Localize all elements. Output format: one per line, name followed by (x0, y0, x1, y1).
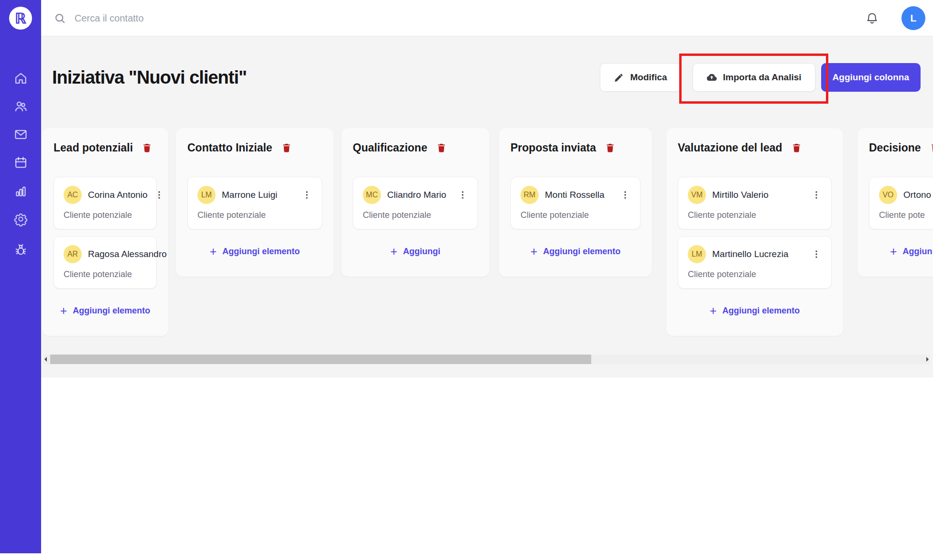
scroll-right-arrow[interactable] (926, 357, 929, 362)
kebab-icon[interactable] (811, 190, 822, 200)
trash-icon[interactable] (141, 142, 152, 153)
search-icon (54, 12, 66, 25)
add-item-button[interactable]: +Aggiungi (353, 246, 478, 258)
column-header: Decisione (869, 140, 933, 155)
trash-icon[interactable] (605, 142, 616, 153)
kebab-icon[interactable] (457, 190, 468, 200)
column-header: Lead potenziali (54, 140, 157, 155)
bug-icon (13, 242, 28, 257)
contact-name: Mirtillo Valerio (712, 190, 769, 200)
contact-card[interactable]: MCCliandro MarioCliente potenziale (353, 177, 478, 229)
contact-card[interactable]: LMMarrone LuigiCliente potenziale (187, 177, 322, 229)
plus-icon: + (710, 305, 717, 317)
plus-icon: + (210, 246, 217, 258)
column-header: Qualificazione (353, 140, 478, 155)
column-title: Contatto Iniziale (187, 141, 272, 154)
card-row: ARRagosa Alessandro (64, 245, 147, 263)
card-row: LMMartinello Lucrezia (688, 245, 822, 263)
horizontal-scrollbar-thumb[interactable] (50, 355, 591, 364)
contact-name: Marrone Luigi (222, 190, 277, 200)
card-row: RMMonti Rossella (521, 186, 630, 204)
bell-icon[interactable] (865, 11, 879, 26)
trash-icon[interactable] (791, 142, 802, 153)
avatar: AR (64, 245, 82, 263)
card-row: VMMirtillo Valerio (688, 186, 822, 204)
column-title: Qualificazione (353, 141, 427, 154)
card-row: LMMarrone Luigi (197, 186, 312, 204)
contact-card[interactable]: VOOrtonoCliente pote (869, 177, 933, 229)
importa-da-analisi-button[interactable]: Importa da Analisi (693, 63, 815, 92)
trash-icon[interactable] (281, 142, 292, 153)
kebab-icon[interactable] (620, 190, 630, 200)
contact-card[interactable]: VMMirtillo ValerioCliente potenziale (678, 177, 832, 229)
home-icon (13, 71, 28, 86)
page-header: Iniziativa "Nuovi clienti" ModificaImpor… (52, 63, 921, 92)
bar-chart-icon (13, 183, 28, 198)
avatar: VM (688, 186, 706, 204)
add-item-button[interactable]: +Aggiungi elemento (187, 246, 322, 258)
search-input[interactable] (75, 13, 280, 24)
scroll-left-arrow[interactable] (44, 357, 47, 362)
add-item-label: Aggiungi elemento (543, 247, 620, 257)
contact-name: Ragosa Alessandro (88, 249, 167, 259)
horizontal-scrollbar-track[interactable] (43, 355, 930, 364)
card-row: VOOrtono (879, 186, 933, 204)
sidebar-nav (0, 64, 41, 264)
page-title: Iniziativa "Nuovi clienti" (52, 67, 247, 88)
kebab-icon[interactable] (302, 190, 312, 200)
column-cards: RMMonti RossellaCliente potenziale (510, 177, 640, 229)
sidebar-item-bar-chart[interactable] (0, 177, 41, 205)
plus-icon: + (890, 246, 897, 258)
gear-icon (13, 212, 28, 226)
contact-name: Corina Antonio (88, 190, 148, 200)
kanban-column: Contatto InizialeLMMarrone LuigiCliente … (176, 128, 334, 277)
contact-card[interactable]: ACCorina AntonioCliente potenziale (54, 177, 157, 229)
column-header: Valutazione del lead (678, 140, 832, 155)
mail-icon (13, 127, 28, 142)
contact-subtitle: Cliente potenziale (688, 269, 822, 280)
contact-card[interactable]: LMMartinello LucreziaCliente potenziale (678, 236, 832, 289)
plus-icon: + (531, 246, 538, 258)
avatar: VO (879, 186, 897, 204)
app-logo-glyph: ℝ (15, 10, 26, 27)
users-icon (13, 99, 28, 114)
trash-icon[interactable] (930, 142, 933, 153)
trash-icon[interactable] (436, 142, 447, 153)
contact-card[interactable]: RMMonti RossellaCliente potenziale (510, 177, 640, 229)
app-logo[interactable]: ℝ (9, 7, 32, 30)
add-item-button[interactable]: +Aggiungi elemento (510, 246, 640, 258)
sidebar-item-bug[interactable] (0, 236, 41, 264)
contact-subtitle: Cliente potenziale (521, 210, 630, 220)
kebab-icon[interactable] (154, 190, 164, 200)
sidebar-item-users[interactable] (0, 92, 41, 120)
sidebar-item-gear[interactable] (0, 205, 41, 233)
contact-card[interactable]: ARRagosa AlessandroCliente potenziale (54, 236, 157, 289)
add-item-button[interactable]: +Aggiungi elemento (678, 305, 832, 317)
sidebar: ℝ (0, 0, 41, 553)
avatar: LM (688, 245, 706, 263)
sidebar-item-mail[interactable] (0, 120, 41, 149)
kanban-column: Lead potenzialiACCorina AntonioCliente p… (42, 128, 168, 336)
kanban-column: Valutazione del leadVMMirtillo ValerioCl… (666, 128, 843, 336)
card-row: MCCliandro Mario (363, 186, 468, 204)
button-label: Modifica (630, 72, 667, 83)
modifica-button[interactable]: Modifica (600, 63, 681, 92)
sidebar-item-calendar[interactable] (0, 149, 41, 177)
kanban-column: Proposta inviataRMMonti RossellaCliente … (499, 128, 652, 277)
avatar: MC (363, 186, 381, 204)
add-item-button[interactable]: +Aggiun (869, 246, 933, 258)
highlighted-button-wrap: Importa da Analisi (693, 63, 815, 92)
add-item-button[interactable]: +Aggiungi elemento (54, 305, 157, 317)
user-avatar[interactable]: L (901, 6, 925, 30)
kebab-icon[interactable] (811, 249, 822, 259)
kanban-column: DecisioneVOOrtonoCliente pote+Aggiun (857, 128, 933, 277)
sidebar-item-home[interactable] (0, 64, 41, 92)
contact-subtitle: Cliente potenziale (688, 210, 822, 220)
search-bar (54, 0, 280, 36)
header-actions: ModificaImporta da AnalisiAggiungi colon… (600, 63, 921, 92)
top-bar: L (41, 0, 933, 36)
column-title: Proposta inviata (510, 141, 596, 154)
aggiungi-colonna-button[interactable]: Aggiungi colonna (821, 63, 921, 92)
button-label: Aggiungi colonna (833, 72, 909, 83)
add-item-label: Aggiungi elemento (73, 306, 150, 316)
